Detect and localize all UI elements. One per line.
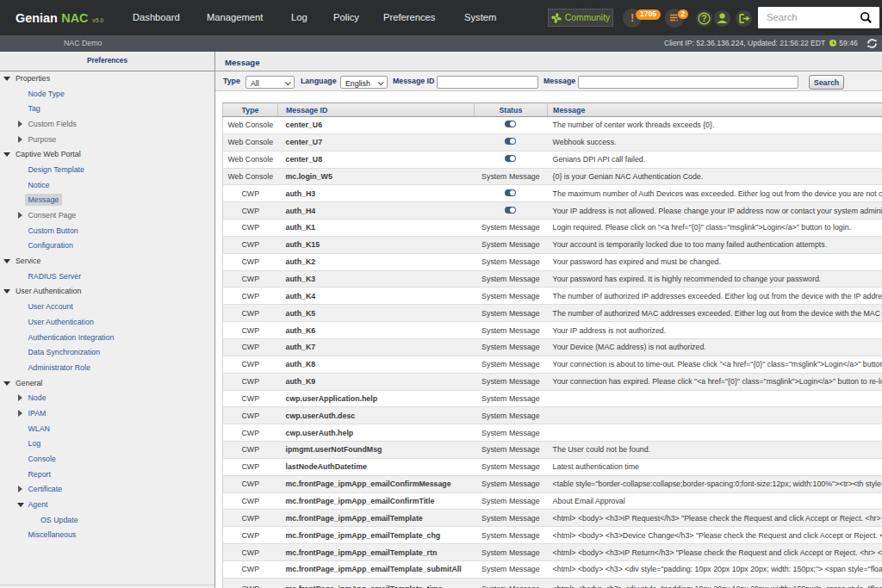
svg-text:?: ? [701,13,706,23]
